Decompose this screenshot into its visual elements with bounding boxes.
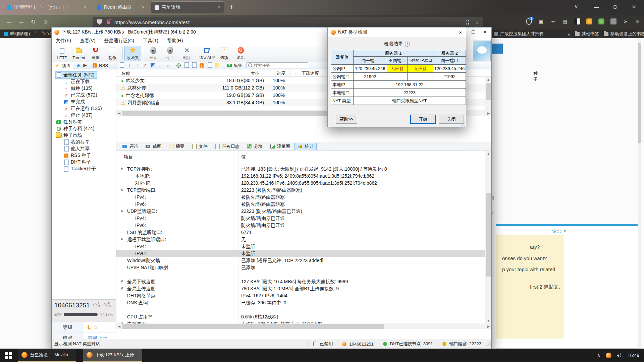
filter-half-blue-icon[interactable] bbox=[150, 63, 155, 68]
toolbar-button-制作[interactable]: ●制作 bbox=[104, 46, 121, 61]
column-progress[interactable]: 进度 bbox=[277, 70, 285, 76]
ext-orange-icon[interactable] bbox=[586, 18, 593, 25]
sidebar-item-种子存档 (474)[interactable]: ◷种子存档 (474) bbox=[56, 125, 95, 132]
menu-icon[interactable]: ≡ bbox=[634, 18, 641, 25]
overflow-chevrons[interactable]: » bbox=[622, 18, 629, 25]
url-text[interactable]: https://www.cometbbs.com/latest bbox=[114, 19, 190, 25]
filter-share-down-icon[interactable]: ↙ bbox=[191, 62, 196, 69]
filter-note-icon[interactable] bbox=[214, 62, 219, 68]
browser-minimize-button[interactable]: — bbox=[589, 0, 604, 13]
page-blue-button-fragment[interactable] bbox=[492, 44, 503, 54]
sidebar-item-RSS 种子[interactable]: )RSS 种子 bbox=[63, 152, 91, 159]
menu-item[interactable]: 文件(F) bbox=[56, 38, 71, 44]
scroll-left-icon[interactable]: ◀ bbox=[116, 325, 120, 328]
scroll-left-icon[interactable]: ◀ bbox=[116, 112, 120, 115]
sidebar-item-Tracker种子[interactable]: Tracker种子 bbox=[63, 166, 96, 172]
taskbar-bitcomet-button[interactable]: 下载:127 KB/s, 上传:... bbox=[83, 349, 142, 362]
stats-row[interactable]: IPv4:被防火墙/路由器阻塞 bbox=[116, 194, 485, 201]
dialog-close-button[interactable]: × bbox=[459, 29, 462, 35]
sidebar-item-我的共享[interactable]: ↗我的共享 bbox=[63, 139, 90, 145]
filter-updown-grey-icon[interactable]: ↓↑ bbox=[165, 63, 170, 68]
sidebar-item-他人共享[interactable]: ↙他人共享 bbox=[63, 145, 90, 152]
taskbar-firefox-button[interactable]: 彗星論壇 — Mozilla ... bbox=[18, 349, 76, 362]
subscribe-button[interactable]: ✓訂閱 bbox=[104, 302, 111, 308]
tracking-shield-icon[interactable] bbox=[97, 19, 102, 25]
hscrollbar-thumb[interactable] bbox=[122, 324, 384, 329]
tab-list-chevron-icon[interactable]: ∨ bbox=[569, 0, 584, 13]
stats-row[interactable]: ∨全局上传速度:780 KB/s [最大:1.0 MB/s] 全部BT上传连接数… bbox=[116, 285, 485, 292]
collapse-arrow-icon[interactable]: ∧ bbox=[120, 237, 123, 241]
containers-icon[interactable]: ⣿ bbox=[466, 19, 470, 25]
sidebar-tab-IE[interactable]: eIE bbox=[73, 62, 89, 69]
sidebar-item-已完成 (572)[interactable]: ✓已完成 (572) bbox=[63, 92, 97, 99]
stats-row[interactable]: 本地IP:192.168.31.22 IPv6: 2409:8a55:8054:… bbox=[116, 173, 485, 180]
library-icon[interactable]: ▤ bbox=[561, 18, 569, 25]
filter-archive-icon[interactable]: ◷ bbox=[175, 63, 181, 68]
stats-row[interactable]: IPv6:防火墙/路由器已开通 bbox=[116, 222, 485, 229]
hscrollbar-thumb[interactable] bbox=[122, 111, 354, 116]
tab-close-icon[interactable]: × bbox=[218, 5, 220, 10]
bookmark-star-icon[interactable]: ☆ bbox=[475, 19, 479, 25]
bookmark-bilibili[interactable]: 哔哩哔哩 ( ゜- ゜)つロ ... bbox=[4, 31, 59, 37]
ext-grey-icon[interactable] bbox=[610, 18, 617, 25]
user-row-value[interactable]: ☆ bbox=[84, 322, 116, 333]
stats-col-value[interactable]: 值 bbox=[241, 154, 246, 160]
back-icon[interactable]: ← bbox=[5, 18, 13, 25]
other-bookmarks-folder[interactable]: 其他书签 bbox=[575, 31, 599, 37]
sidebar-item-DHT 种子[interactable]: ↯DHT 种子 bbox=[63, 159, 91, 166]
info-icon[interactable]: i bbox=[405, 42, 410, 47]
sidebar-item-做种 (135)[interactable]: ↑做种 (135) bbox=[63, 85, 93, 92]
detail-tab-评论[interactable]: 评论 bbox=[119, 143, 141, 150]
page-scrollbar[interactable] bbox=[638, 38, 641, 349]
toolbar-button-收藏夹[interactable]: ★收藏夹 bbox=[124, 46, 141, 61]
browser-tab[interactable]: 哔哩哔哩 ( ゜- ゜)つロ 干杯~-bil× bbox=[3, 2, 90, 13]
stats-row[interactable]: ∨内存使用:工作集: 736.2 MB, 提交大小: 710.8 MB bbox=[116, 320, 485, 323]
task-list-scrollbar[interactable]: ▲ bbox=[485, 77, 491, 114]
support-button[interactable]: ✓支持 bbox=[93, 302, 100, 308]
detail-tab-摘要[interactable]: 摘要 bbox=[165, 143, 187, 150]
toolbar-button-选项[interactable]: ✓选项 bbox=[216, 46, 232, 61]
passport-avatar[interactable] bbox=[473, 41, 491, 61]
browser-maximize-button[interactable]: ▢ bbox=[608, 0, 623, 13]
stats-row[interactable]: IPv6:未监听 bbox=[116, 250, 485, 257]
sidebar-item-种子市场[interactable]: 种子市场 bbox=[56, 132, 82, 139]
column-name[interactable]: 名称 bbox=[121, 70, 130, 76]
collapse-arrow-icon[interactable]: ∨ bbox=[120, 279, 123, 284]
browser-tab[interactable]: 彗星論壇× bbox=[151, 2, 224, 13]
bookmarks-overflow-chevron[interactable]: » bbox=[568, 31, 570, 37]
browser-tab[interactable]: Redmi路由器× bbox=[94, 2, 148, 13]
stats-row[interactable]: IPv4:未监听 bbox=[116, 243, 485, 250]
stats-row[interactable]: ∧TCP监听端口:22223 (被防火墙/路由器阻塞) bbox=[116, 187, 485, 194]
filter-bolt-icon[interactable]: ↯ bbox=[206, 62, 212, 69]
sidebar-item-任务标签[interactable]: T任务标签 bbox=[56, 119, 82, 125]
undo-icon[interactable]: ↩ bbox=[549, 18, 557, 25]
menu-item[interactable]: 彗星通行证(C) bbox=[104, 38, 134, 44]
tray-chevron-icon[interactable]: ∧ bbox=[597, 353, 600, 358]
page-scrollbar-thumb[interactable] bbox=[638, 43, 641, 143]
scroll-up-icon[interactable]: ▲ bbox=[485, 151, 491, 157]
sidebar-tab-RSS[interactable]: )RSS bbox=[89, 62, 110, 69]
url-bar[interactable]: https://www.cometbbs.com/latest ⣿ ☆ bbox=[93, 17, 483, 27]
collapse-arrow-icon[interactable]: ∨ bbox=[120, 166, 123, 171]
toolbar-button-开始[interactable]: ▶开始 bbox=[145, 46, 162, 61]
toolbar-button-绑定APP[interactable]: 绑定APP bbox=[199, 46, 216, 61]
toolbar-button-磁链[interactable]: 磁链 bbox=[87, 46, 104, 61]
filter-tasks-icon[interactable] bbox=[119, 62, 124, 69]
menu-item[interactable]: 帮助(H) bbox=[167, 38, 183, 44]
sidebar-tab-频道[interactable]: ★频道 bbox=[52, 62, 73, 69]
filter-check-icon[interactable]: ✓ bbox=[142, 63, 147, 68]
browser-close-button[interactable]: × bbox=[627, 0, 641, 13]
detail-tab-分块[interactable]: 分块 bbox=[244, 143, 265, 150]
filter-up-red-icon[interactable]: ↑ bbox=[134, 63, 140, 68]
detail-tab-截图[interactable]: 截图 bbox=[142, 143, 164, 150]
stats-row[interactable]: LSD 的监听端口:6771 bbox=[116, 229, 485, 236]
scroll-down-icon[interactable]: ▼ bbox=[485, 318, 491, 323]
reload-icon[interactable]: ↻ bbox=[29, 18, 38, 25]
stats-row[interactable]: IPv4:防火墙/路由器已开通 bbox=[116, 215, 485, 222]
maximize-button[interactable] bbox=[472, 31, 475, 34]
new-tab-button[interactable]: + bbox=[229, 3, 233, 11]
account-icon[interactable]: 1 bbox=[525, 18, 533, 25]
clock[interactable]: 16:49 bbox=[628, 353, 639, 358]
collapse-arrow-icon[interactable]: ∨ bbox=[120, 321, 123, 323]
scroll-right-icon[interactable]: ▶ bbox=[487, 325, 491, 328]
